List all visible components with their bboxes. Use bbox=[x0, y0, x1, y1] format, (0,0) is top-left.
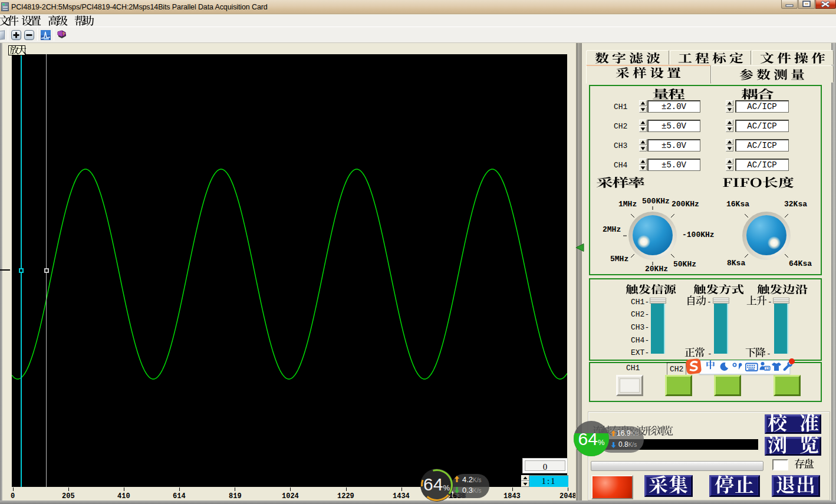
svg-text:?: ? bbox=[62, 32, 65, 36]
svg-text:13: 13 bbox=[765, 367, 769, 370]
